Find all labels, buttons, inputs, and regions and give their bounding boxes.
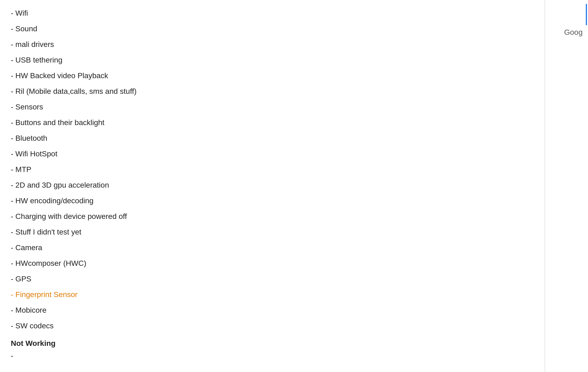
not-working-dash: - — [11, 349, 528, 362]
list-item-bluetooth: - Bluetooth — [11, 130, 528, 146]
list-item-sound: - Sound — [11, 21, 528, 37]
list-item-camera: - Camera — [11, 240, 528, 256]
list-item-wifi: - Wifi — [11, 5, 528, 21]
list-item-fingerprint: - Fingerprint Sensor — [11, 287, 528, 302]
list-item-wifi_hotspot: - Wifi HotSpot — [11, 146, 528, 162]
sidebar: Goog — [545, 0, 588, 372]
main-content: - Wifi- Sound- mali drivers- USB tetheri… — [0, 0, 545, 372]
working-list: - Wifi- Sound- mali drivers- USB tetheri… — [11, 5, 528, 334]
list-item-ril: - Ril (Mobile data,calls, sms and stuff) — [11, 84, 528, 99]
list-item-mtp: - MTP — [11, 162, 528, 177]
not-working-header: Not Working — [11, 339, 528, 348]
list-item-hwcomposer: - HWcomposer (HWC) — [11, 256, 528, 271]
list-item-mobicore: - Mobicore — [11, 302, 528, 318]
list-item-sensors: - Sensors — [11, 99, 528, 115]
scrollbar-indicator[interactable] — [586, 4, 587, 25]
list-item-buttons: - Buttons and their backlight — [11, 115, 528, 130]
list-item-gpu: - 2D and 3D gpu acceleration — [11, 177, 528, 193]
note-line-0: Take a note that a lot of LineageOS feat… — [11, 370, 528, 372]
list-item-mali: - mali drivers — [11, 37, 528, 52]
list-item-charging: - Charging with device powered off — [11, 209, 528, 224]
list-item-stuff: - Stuff I didn't test yet — [11, 224, 528, 240]
list-item-sw_codecs: - SW codecs — [11, 318, 528, 334]
note-text: Take a note that a lot of LineageOS feat… — [11, 370, 528, 372]
note-block: Take a note that a lot of LineageOS feat… — [11, 370, 528, 372]
goog-text: Goog — [559, 25, 588, 39]
list-item-usb: - USB tethering — [11, 52, 528, 68]
list-item-hw_enc: - HW encoding/decoding — [11, 193, 528, 209]
list-item-hw_video: - HW Backed video Playback — [11, 68, 528, 84]
list-item-gps: - GPS — [11, 271, 528, 287]
